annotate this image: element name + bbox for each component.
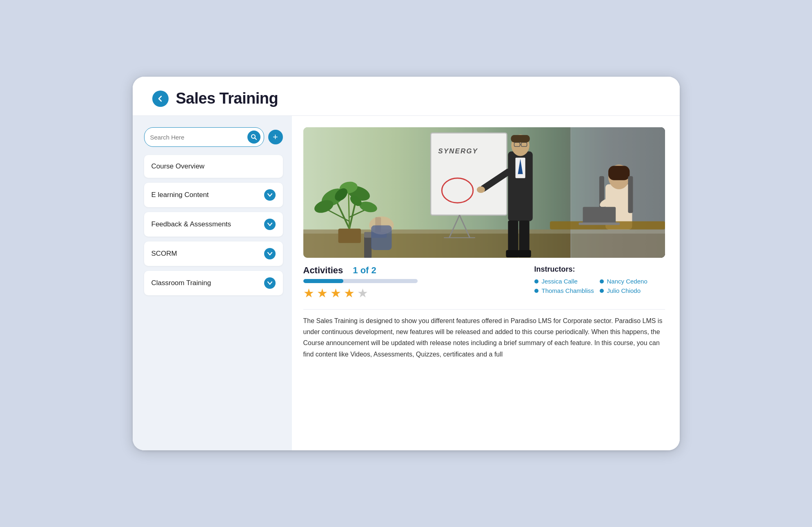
- chevron-down-icon: [264, 219, 276, 230]
- back-button[interactable]: [152, 91, 169, 107]
- sidebar-item-scorm[interactable]: SCORM: [144, 241, 283, 266]
- svg-rect-42: [608, 166, 630, 180]
- activities-label-row: Activities 1 of 2: [303, 265, 434, 276]
- device-frame: Sales Training + Cour: [133, 77, 680, 450]
- svg-rect-7: [431, 133, 507, 215]
- star-5: ★: [357, 287, 368, 299]
- svg-rect-37: [519, 220, 529, 253]
- instructor-name: Thomas Chambliss: [542, 287, 594, 294]
- activities-left: Activities 1 of 2 ★ ★ ★ ★ ★: [303, 265, 434, 299]
- chevron-down-icon: [264, 277, 276, 289]
- svg-rect-31: [511, 135, 529, 142]
- chevron-down-icon: [264, 189, 276, 201]
- star-2: ★: [317, 287, 328, 299]
- search-button[interactable]: [247, 131, 260, 144]
- instructor-jessica-calle: Jessica Calle: [534, 278, 600, 285]
- svg-rect-44: [628, 176, 633, 213]
- svg-rect-39: [518, 250, 531, 257]
- svg-rect-36: [508, 220, 518, 253]
- search-box[interactable]: [144, 127, 264, 147]
- page-header: Sales Training: [133, 77, 680, 116]
- star-1: ★: [303, 287, 314, 299]
- star-3: ★: [330, 287, 341, 299]
- svg-rect-13: [338, 229, 360, 243]
- instructor-name: Jessica Calle: [542, 278, 578, 285]
- activities-row: Activities 1 of 2 ★ ★ ★ ★ ★ Ins: [303, 265, 665, 299]
- svg-line-16: [348, 190, 349, 229]
- search-input[interactable]: [150, 134, 247, 141]
- instructors-grid: Jessica Calle Nancy Cedeno Thomas Chambl…: [534, 278, 665, 294]
- instructor-dot: [534, 289, 538, 293]
- course-description: The Sales Training is designed to show y…: [303, 315, 665, 360]
- activities-label: Activities: [303, 265, 343, 276]
- sidebar-item-course-overview[interactable]: Course Overview: [144, 155, 283, 178]
- course-image: SYNERGY: [303, 127, 665, 258]
- instructor-name: Julio Chiodo: [607, 287, 641, 294]
- svg-rect-38: [506, 250, 519, 257]
- svg-rect-6: [570, 127, 571, 258]
- instructor-nancy-cedeno: Nancy Cedeno: [600, 278, 665, 285]
- sidebar-item-e-learning-content[interactable]: E learning Content: [144, 183, 283, 207]
- svg-rect-47: [583, 207, 616, 223]
- instructor-thomas-chambliss: Thomas Chambliss: [534, 287, 600, 294]
- star-4: ★: [344, 287, 355, 299]
- instructor-julio-chiodo: Julio Chiodo: [600, 287, 665, 294]
- activities-count: 1 of 2: [353, 265, 376, 276]
- instructor-name: Nancy Cedeno: [607, 278, 647, 285]
- svg-line-1: [255, 138, 256, 140]
- progress-bar: [303, 279, 418, 283]
- divider: [303, 309, 665, 310]
- svg-rect-48: [578, 222, 620, 225]
- sidebar-item-feedback-assessments[interactable]: Feedback & Assessments: [144, 212, 283, 237]
- instructors-title: Instructors:: [534, 265, 665, 274]
- search-row: +: [144, 127, 283, 147]
- instructor-dot: [534, 279, 538, 283]
- chevron-down-icon: [264, 248, 276, 259]
- instructor-dot: [600, 279, 604, 283]
- sidebar: + Course Overview E learning Content Fee…: [133, 116, 292, 450]
- page-title: Sales Training: [176, 90, 278, 107]
- svg-rect-53: [371, 226, 392, 250]
- progress-bar-fill: [303, 279, 343, 283]
- content-area: SYNERGY: [292, 116, 680, 450]
- add-button[interactable]: +: [268, 130, 283, 144]
- instructor-dot: [600, 289, 604, 293]
- svg-point-35: [476, 186, 485, 193]
- stars-row: ★ ★ ★ ★ ★: [303, 287, 434, 299]
- sidebar-item-classroom-training[interactable]: Classroom Training: [144, 271, 283, 295]
- instructors-block: Instructors: Jessica Calle Nancy Cedeno: [534, 265, 665, 294]
- main-content: + Course Overview E learning Content Fee…: [133, 116, 680, 450]
- svg-text:SYNERGY: SYNERGY: [438, 147, 478, 155]
